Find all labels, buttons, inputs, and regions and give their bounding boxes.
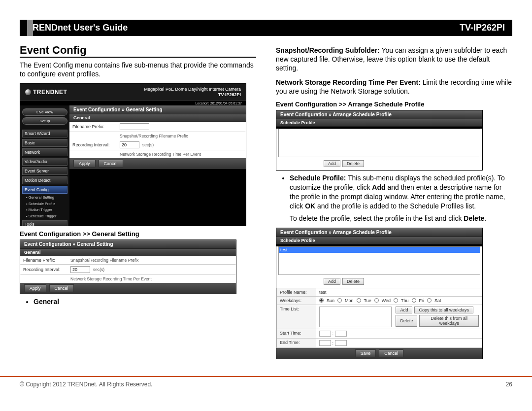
radio-thu[interactable] xyxy=(394,298,398,303)
schedule-listbox-empty[interactable] xyxy=(278,129,480,157)
filename-prefix-input[interactable] xyxy=(120,123,149,130)
nav-event-config[interactable]: Event Config xyxy=(22,186,67,194)
nav-motion-detect[interactable]: Motion Detect xyxy=(22,176,67,184)
footer-divider xyxy=(0,376,532,377)
time-delete-button[interactable]: Delete xyxy=(396,315,417,327)
recording-interval-input[interactable] xyxy=(120,141,139,148)
radio-sat[interactable] xyxy=(427,298,432,303)
nav-video-audio[interactable]: Video/Audio xyxy=(22,158,67,166)
footer-copyright: © Copyright 2012 TRENDnet. All Rights Re… xyxy=(20,381,152,388)
apply-button[interactable]: Apply xyxy=(73,160,96,168)
save-button[interactable]: Save xyxy=(355,349,376,357)
nav-setup[interactable]: Setup xyxy=(22,117,67,125)
radio-fri[interactable] xyxy=(412,298,416,303)
start-hh-input[interactable] xyxy=(319,331,331,337)
intro-text: The Event Config menu contains five sub-… xyxy=(20,61,256,78)
screenshot-main-ui: TRENDNET Megapixel PoE Dome Day/Night In… xyxy=(20,83,246,226)
copy-all-button[interactable]: Copy this to all weekdays xyxy=(414,307,473,313)
nav-event-server[interactable]: Event Server xyxy=(22,167,67,175)
nav-network[interactable]: Network xyxy=(22,148,67,156)
recording-interval-hint: Network Storage Recording Time Per Event xyxy=(120,152,201,157)
screenshot-general-panel: Event Configuration » General Setting Ge… xyxy=(20,240,236,294)
add-profile-button[interactable]: Add xyxy=(324,160,340,167)
recording-interval-input-2[interactable] xyxy=(70,266,90,273)
screenshot-schedule-detail: Event Configuration » Arrange Schedule P… xyxy=(276,228,483,359)
add-profile-button-2[interactable]: Add xyxy=(324,278,340,285)
subhead-general-setting: Event Configuration >> General Setting xyxy=(20,230,256,238)
page-number: 26 xyxy=(506,381,512,388)
weekdays-row: Sun Mon Tue Wed Thu Fri Sat xyxy=(319,298,479,303)
nav-sub-schedule[interactable]: • Schedule Profile xyxy=(22,202,67,206)
recording-interval-label: Recording Interval: xyxy=(72,142,117,147)
nav-sub-motion[interactable]: • Motion Trigger xyxy=(22,207,67,212)
weekdays-label: Weekdays: xyxy=(277,296,316,305)
bullet-general: General xyxy=(33,298,59,306)
apply-button-2[interactable]: Apply xyxy=(24,284,46,292)
start-time-label: Start Time: xyxy=(277,329,316,338)
radio-sun[interactable] xyxy=(319,298,324,303)
panel-title: Event Configuration » General Setting xyxy=(69,105,246,114)
p-nsrt: Network Storage Recording Time Per Event… xyxy=(276,78,512,96)
start-mm-input[interactable] xyxy=(335,331,347,337)
doc-header: TRENDnet User's Guide TV-IP262PI xyxy=(20,20,512,36)
p-subfolder: Snapshot/Recording Subfolder: You can as… xyxy=(276,46,512,73)
section-title: Event Config xyxy=(20,44,256,58)
nav-sub-general[interactable]: • General Setting xyxy=(22,195,67,200)
brand-logo: TRENDNET xyxy=(25,89,67,96)
end-time-label: End Time: xyxy=(277,338,316,347)
location-label: Location: 2012/01/04 05:01:37 xyxy=(20,101,246,105)
doc-title-left: TRENDnet User's Guide xyxy=(27,23,128,33)
list-item[interactable]: test xyxy=(279,247,480,253)
time-add-button[interactable]: Add xyxy=(396,307,412,313)
panel-sec-general: General xyxy=(69,114,246,122)
delete-profile-button-2[interactable]: Delete xyxy=(342,278,364,285)
schedule-listbox[interactable]: test xyxy=(278,246,480,275)
sidebar-nav: Live View Setup Smart Wizard Basic Netwo… xyxy=(20,105,69,226)
nav-live-view[interactable]: Live View xyxy=(22,108,67,116)
profile-name-value: test xyxy=(319,290,327,295)
profile-name-label: Profile Name: xyxy=(277,288,316,296)
timelist-box[interactable] xyxy=(319,307,392,327)
end-mm-input[interactable] xyxy=(335,340,347,346)
bullet-schedule-profile: Schedule Profile: This sub-menu displays… xyxy=(290,173,512,211)
subhead-arrange-schedule: Event Configuration >> Arrange Schedule … xyxy=(276,101,512,108)
timelist-label: Time List: xyxy=(277,305,316,329)
doc-title-right: TV-IP262PI xyxy=(460,23,505,33)
filename-prefix-hint: Snapshot/Recording Filename Prefix xyxy=(120,134,188,138)
p-delete-profile: To delete the profile, select the profil… xyxy=(290,214,512,223)
cancel-button-3[interactable]: Cancel xyxy=(379,349,403,357)
cancel-button[interactable]: Cancel xyxy=(99,160,123,168)
nav-smart-wizard[interactable]: Smart Wizard xyxy=(22,130,67,137)
nav-sub-sched-trigger[interactable]: • Schedule Trigger xyxy=(22,214,67,219)
nav-basic[interactable]: Basic xyxy=(22,139,67,147)
cancel-button-2[interactable]: Cancel xyxy=(49,284,74,292)
filename-prefix-label: Filename Prefix: xyxy=(72,124,117,129)
delete-all-button[interactable]: Delete this from all weekdays xyxy=(419,315,479,327)
radio-tue[interactable] xyxy=(357,298,361,303)
end-hh-input[interactable] xyxy=(319,340,331,346)
radio-mon[interactable] xyxy=(337,298,342,303)
camera-model-label: Megapixel PoE Dome Day/Night Internet Ca… xyxy=(144,87,241,98)
radio-wed[interactable] xyxy=(374,298,379,303)
logo-icon xyxy=(25,89,31,95)
screenshot-schedule-empty: Event Configuration » Arrange Schedule P… xyxy=(276,110,483,171)
delete-profile-button[interactable]: Delete xyxy=(342,160,364,167)
nav-tools[interactable]: Tools xyxy=(22,220,67,226)
